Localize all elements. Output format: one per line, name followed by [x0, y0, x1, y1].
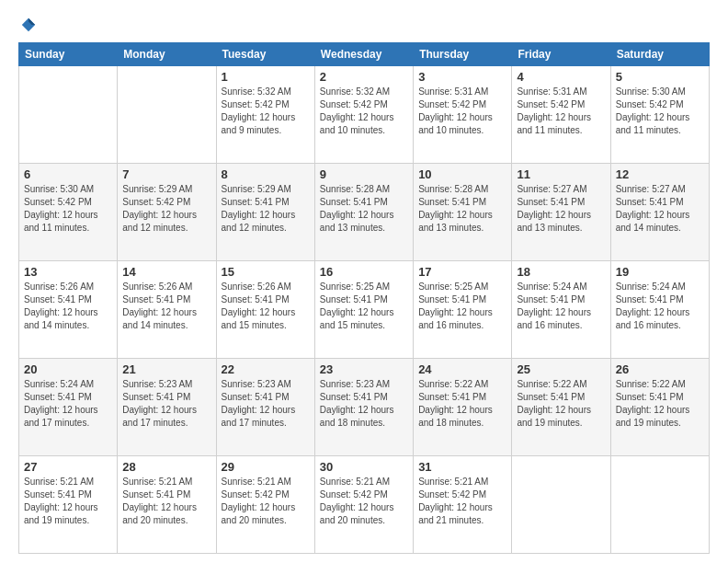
day-info: Sunrise: 5:24 AM Sunset: 5:41 PM Dayligh…: [24, 378, 112, 430]
day-info: Sunrise: 5:27 AM Sunset: 5:41 PM Dayligh…: [517, 183, 605, 235]
weekday-header-thursday: Thursday: [414, 43, 512, 66]
calendar-cell: 28Sunrise: 5:21 AM Sunset: 5:41 PM Dayli…: [118, 456, 216, 554]
day-number: 8: [222, 167, 310, 181]
week-row-2: 13Sunrise: 5:26 AM Sunset: 5:41 PM Dayli…: [19, 261, 710, 359]
day-number: 13: [24, 265, 112, 279]
day-number: 24: [418, 362, 506, 376]
calendar-cell: 2Sunrise: 5:32 AM Sunset: 5:42 PM Daylig…: [314, 66, 413, 164]
calendar-cell: [512, 456, 610, 554]
day-info: Sunrise: 5:29 AM Sunset: 5:41 PM Dayligh…: [222, 183, 310, 235]
day-number: 27: [24, 460, 112, 474]
day-info: Sunrise: 5:21 AM Sunset: 5:41 PM Dayligh…: [24, 476, 112, 527]
day-info: Sunrise: 5:26 AM Sunset: 5:41 PM Dayligh…: [122, 281, 210, 332]
day-number: 29: [222, 460, 310, 474]
day-number: 22: [222, 362, 310, 376]
calendar-cell: 4Sunrise: 5:31 AM Sunset: 5:42 PM Daylig…: [512, 66, 610, 164]
day-number: 25: [517, 362, 605, 376]
calendar-cell: 21Sunrise: 5:23 AM Sunset: 5:41 PM Dayli…: [118, 359, 216, 456]
day-info: Sunrise: 5:28 AM Sunset: 5:41 PM Dayligh…: [320, 183, 408, 235]
day-info: Sunrise: 5:31 AM Sunset: 5:42 PM Dayligh…: [418, 86, 506, 137]
day-info: Sunrise: 5:23 AM Sunset: 5:41 PM Dayligh…: [320, 378, 408, 430]
day-info: Sunrise: 5:24 AM Sunset: 5:41 PM Dayligh…: [616, 281, 704, 332]
day-number: 4: [517, 70, 605, 84]
day-info: Sunrise: 5:30 AM Sunset: 5:42 PM Dayligh…: [616, 86, 704, 137]
day-number: 7: [122, 167, 210, 181]
calendar-cell: 25Sunrise: 5:22 AM Sunset: 5:41 PM Dayli…: [512, 359, 610, 456]
calendar-cell: 8Sunrise: 5:29 AM Sunset: 5:41 PM Daylig…: [216, 164, 314, 261]
day-number: 5: [616, 70, 704, 84]
day-info: Sunrise: 5:26 AM Sunset: 5:41 PM Dayligh…: [222, 281, 310, 332]
calendar-cell: 14Sunrise: 5:26 AM Sunset: 5:41 PM Dayli…: [118, 261, 216, 359]
weekday-header-row: SundayMondayTuesdayWednesdayThursdayFrid…: [19, 43, 710, 66]
day-number: 21: [122, 362, 210, 376]
day-number: 16: [320, 265, 408, 279]
day-info: Sunrise: 5:21 AM Sunset: 5:42 PM Dayligh…: [222, 476, 310, 527]
day-number: 6: [24, 167, 112, 181]
calendar-cell: 19Sunrise: 5:24 AM Sunset: 5:41 PM Dayli…: [610, 261, 709, 359]
day-info: Sunrise: 5:27 AM Sunset: 5:41 PM Dayligh…: [616, 183, 704, 235]
day-info: Sunrise: 5:21 AM Sunset: 5:42 PM Dayligh…: [418, 476, 506, 527]
day-info: Sunrise: 5:32 AM Sunset: 5:42 PM Dayligh…: [320, 86, 408, 137]
calendar-cell: [610, 456, 709, 554]
calendar-cell: 13Sunrise: 5:26 AM Sunset: 5:41 PM Dayli…: [19, 261, 118, 359]
calendar-cell: 22Sunrise: 5:23 AM Sunset: 5:41 PM Dayli…: [216, 359, 314, 456]
day-number: 30: [320, 460, 408, 474]
day-number: 23: [320, 362, 408, 376]
calendar-cell: 12Sunrise: 5:27 AM Sunset: 5:41 PM Dayli…: [610, 164, 709, 261]
calendar-cell: 10Sunrise: 5:28 AM Sunset: 5:41 PM Dayli…: [414, 164, 512, 261]
calendar-cell: [19, 66, 118, 164]
calendar-cell: 30Sunrise: 5:21 AM Sunset: 5:42 PM Dayli…: [314, 456, 413, 554]
calendar-cell: 11Sunrise: 5:27 AM Sunset: 5:41 PM Dayli…: [512, 164, 610, 261]
calendar-cell: 31Sunrise: 5:21 AM Sunset: 5:42 PM Dayli…: [414, 456, 512, 554]
calendar-cell: 23Sunrise: 5:23 AM Sunset: 5:41 PM Dayli…: [314, 359, 413, 456]
week-row-4: 27Sunrise: 5:21 AM Sunset: 5:41 PM Dayli…: [19, 456, 710, 554]
calendar-cell: [118, 66, 216, 164]
calendar-cell: 20Sunrise: 5:24 AM Sunset: 5:41 PM Dayli…: [19, 359, 118, 456]
weekday-header-tuesday: Tuesday: [216, 43, 314, 66]
day-info: Sunrise: 5:26 AM Sunset: 5:41 PM Dayligh…: [24, 281, 112, 332]
weekday-header-saturday: Saturday: [610, 43, 709, 66]
week-row-0: 1Sunrise: 5:32 AM Sunset: 5:42 PM Daylig…: [19, 66, 710, 164]
day-number: 18: [517, 265, 605, 279]
day-info: Sunrise: 5:22 AM Sunset: 5:41 PM Dayligh…: [418, 378, 506, 430]
week-row-1: 6Sunrise: 5:30 AM Sunset: 5:42 PM Daylig…: [19, 164, 710, 261]
day-info: Sunrise: 5:31 AM Sunset: 5:42 PM Dayligh…: [517, 86, 605, 137]
calendar-cell: 5Sunrise: 5:30 AM Sunset: 5:42 PM Daylig…: [610, 66, 709, 164]
day-number: 19: [616, 265, 704, 279]
day-info: Sunrise: 5:23 AM Sunset: 5:41 PM Dayligh…: [122, 378, 210, 430]
day-number: 9: [320, 167, 408, 181]
calendar-cell: 18Sunrise: 5:24 AM Sunset: 5:41 PM Dayli…: [512, 261, 610, 359]
day-info: Sunrise: 5:25 AM Sunset: 5:41 PM Dayligh…: [418, 281, 506, 332]
day-info: Sunrise: 5:21 AM Sunset: 5:42 PM Dayligh…: [320, 476, 408, 527]
calendar-cell: 7Sunrise: 5:29 AM Sunset: 5:42 PM Daylig…: [118, 164, 216, 261]
day-number: 28: [122, 460, 210, 474]
calendar-cell: 6Sunrise: 5:30 AM Sunset: 5:42 PM Daylig…: [19, 164, 118, 261]
weekday-header-sunday: Sunday: [19, 43, 118, 66]
day-info: Sunrise: 5:28 AM Sunset: 5:41 PM Dayligh…: [418, 183, 506, 235]
page: SundayMondayTuesdayWednesdayThursdayFrid…: [0, 0, 728, 563]
day-info: Sunrise: 5:21 AM Sunset: 5:41 PM Dayligh…: [122, 476, 210, 527]
calendar-cell: 9Sunrise: 5:28 AM Sunset: 5:41 PM Daylig…: [314, 164, 413, 261]
day-number: 20: [24, 362, 112, 376]
day-number: 10: [418, 167, 506, 181]
day-number: 15: [222, 265, 310, 279]
day-number: 26: [616, 362, 704, 376]
calendar-cell: 16Sunrise: 5:25 AM Sunset: 5:41 PM Dayli…: [314, 261, 413, 359]
calendar-cell: 26Sunrise: 5:22 AM Sunset: 5:41 PM Dayli…: [610, 359, 709, 456]
day-info: Sunrise: 5:32 AM Sunset: 5:42 PM Dayligh…: [222, 86, 310, 137]
day-number: 11: [517, 167, 605, 181]
day-number: 2: [320, 70, 408, 84]
day-info: Sunrise: 5:29 AM Sunset: 5:42 PM Dayligh…: [122, 183, 210, 235]
day-number: 31: [418, 460, 506, 474]
day-number: 12: [616, 167, 704, 181]
day-number: 14: [122, 265, 210, 279]
day-number: 1: [222, 70, 310, 84]
calendar: SundayMondayTuesdayWednesdayThursdayFrid…: [18, 42, 710, 554]
day-number: 17: [418, 265, 506, 279]
day-info: Sunrise: 5:30 AM Sunset: 5:42 PM Dayligh…: [24, 183, 112, 235]
calendar-cell: 27Sunrise: 5:21 AM Sunset: 5:41 PM Dayli…: [19, 456, 118, 554]
calendar-cell: 3Sunrise: 5:31 AM Sunset: 5:42 PM Daylig…: [414, 66, 512, 164]
day-number: 3: [418, 70, 506, 84]
day-info: Sunrise: 5:22 AM Sunset: 5:41 PM Dayligh…: [517, 378, 605, 430]
day-info: Sunrise: 5:22 AM Sunset: 5:41 PM Dayligh…: [616, 378, 704, 430]
